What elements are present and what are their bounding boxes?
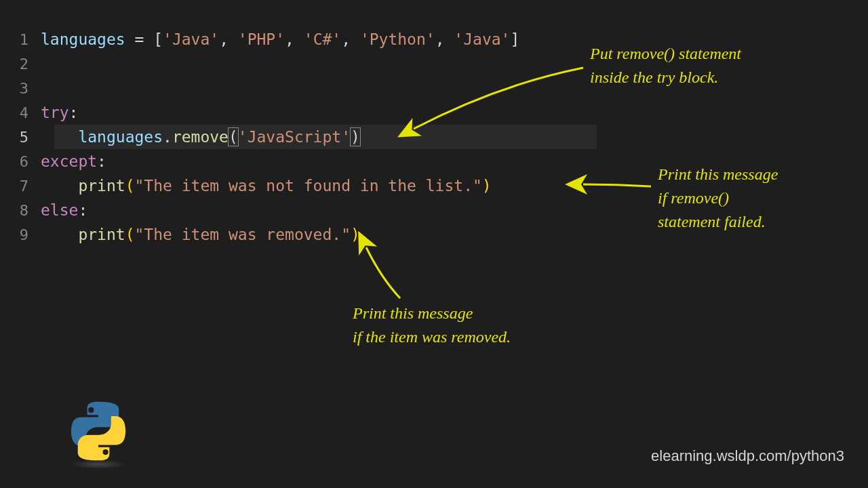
code-content: print("The item was removed.")	[41, 226, 360, 243]
line-number: 7	[14, 178, 41, 195]
line-number: 2	[14, 56, 41, 73]
line-number: 3	[14, 80, 41, 97]
code-line-active: 5 languages.remove('JavaScript')	[14, 125, 854, 149]
annotation-else: Print this message if the item was remov…	[353, 302, 610, 349]
source-url: elearning.wsldp.com/python3	[651, 447, 844, 465]
code-content: print("The item was not found in the lis…	[41, 177, 492, 195]
annotation-except: Print this message if remove() statement…	[658, 163, 848, 233]
line-number: 8	[14, 202, 41, 219]
python-logo-icon	[68, 397, 129, 465]
code-content: languages.remove('JavaScript')	[41, 128, 360, 146]
code-content: except:	[41, 152, 106, 170]
annotation-try-block: Put remove() statement inside the try bl…	[590, 42, 834, 89]
line-number: 4	[14, 104, 41, 121]
line-number: 6	[14, 153, 41, 170]
code-line: 4 try:	[14, 100, 854, 125]
code-content: languages = ['Java', 'PHP', 'C#', 'Pytho…	[41, 30, 519, 48]
line-number: 1	[14, 31, 41, 48]
line-number: 9	[14, 226, 41, 243]
code-content: else:	[41, 201, 87, 219]
code-content: try:	[41, 104, 78, 121]
line-number: 5	[14, 129, 41, 146]
